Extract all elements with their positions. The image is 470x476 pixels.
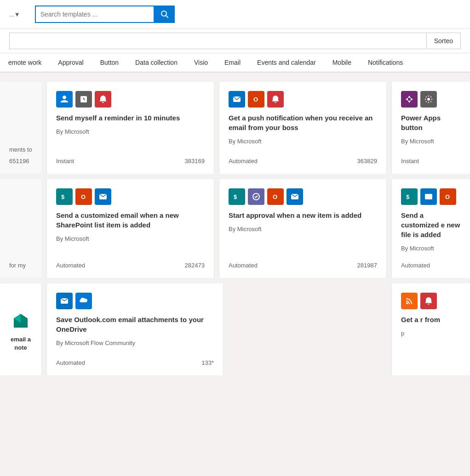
card-title-5: Save Outlook.com email attachments to yo…: [56, 315, 214, 334]
breadcrumb: ...▼: [9, 11, 20, 18]
svg-text:O: O: [445, 193, 450, 200]
card-type-5: Automated: [56, 359, 85, 366]
template-card-push-notification[interactable]: O Get a push notification when you recei…: [219, 82, 386, 174]
template-card-onedrive[interactable]: Save Outlook.com email attachments to yo…: [47, 283, 223, 375]
card-type-4: Automated: [229, 262, 258, 269]
card-author-2: By Microsoft: [229, 138, 377, 145]
person-icon: [56, 91, 73, 108]
partial-card-right-3[interactable]: Get a r from p: [392, 283, 470, 375]
search-icon: [160, 10, 169, 18]
card-footer-4: Automated 281987: [229, 257, 377, 269]
tab-events[interactable]: Events and calendar: [249, 53, 324, 73]
card-author-right-2: By Microsoft: [401, 245, 461, 252]
svg-text:$: $: [61, 193, 65, 200]
outlook-icon-3: [287, 188, 303, 205]
partial-card-left-3[interactable]: email a note: [0, 283, 41, 375]
breadcrumb-text: ...▼: [9, 11, 20, 18]
partial-card-left-2[interactable]: for my: [0, 179, 41, 278]
card-icons-5: [56, 293, 214, 309]
card-footer-3: Automated 282473: [56, 257, 205, 269]
partial-card-left-1[interactable]: ments to 651196: [0, 82, 41, 174]
partial-card-right-1[interactable]: Power Apps button By Microsoft Instant: [392, 82, 470, 174]
onedrive-icon: [75, 293, 92, 309]
card-footer-2: Automated 363829: [229, 153, 377, 164]
card-title-2: Get a push notification when you receive…: [229, 113, 377, 132]
sharepoint-icon-2: $: [229, 188, 245, 205]
card-author-4: By Microsoft: [229, 226, 377, 232]
search-container: [35, 6, 175, 23]
tab-email[interactable]: Email: [216, 53, 249, 73]
template-card-sharepoint-email[interactable]: $ O Send a customized email when a new S…: [47, 179, 214, 278]
card-type-1: Instant: [56, 158, 74, 164]
card-title-right-2: Send a customized e new file is added: [401, 210, 461, 239]
card-footer-partial-1: 651196: [9, 153, 32, 164]
svg-text:O: O: [81, 193, 86, 200]
card-author-5: By Microsoft Flow Community: [56, 340, 214, 346]
card-title-1: Send myself a reminder in 10 minutes: [56, 113, 205, 123]
partial-text-1: ments to: [9, 146, 32, 153]
tab-remote-work[interactable]: emote work: [0, 53, 50, 73]
card-title-right-1: Power Apps button: [401, 113, 461, 132]
partial-card-right-2[interactable]: $ O Send a customized e new file is adde…: [392, 179, 470, 278]
svg-point-7: [427, 98, 430, 101]
outlook-icon: [229, 91, 245, 108]
template-card-approval[interactable]: $ O: [219, 179, 386, 278]
gear-icon: [420, 91, 437, 108]
card-title-4: Start approval when a new item is added: [229, 210, 377, 220]
card-footer-5: Automated 133*: [56, 355, 214, 366]
svg-point-21: [406, 302, 408, 304]
sharepoint-icon-3: $: [401, 188, 418, 205]
svg-text:O: O: [273, 193, 277, 200]
filter-input[interactable]: [9, 33, 427, 49]
outlook-icon-2: [95, 188, 111, 205]
svg-line-1: [166, 16, 168, 18]
card-icons-2: O: [229, 91, 377, 108]
svg-text:$: $: [234, 193, 237, 200]
card-count-4: 281987: [357, 262, 377, 269]
rss-icon: [401, 293, 418, 309]
partial-email-note: email a note: [9, 335, 32, 352]
svg-rect-16: [425, 194, 432, 199]
tab-data-collection[interactable]: Data collection: [127, 53, 186, 73]
card-author-right-1: By Microsoft: [401, 138, 461, 145]
card-author-right-3: p: [401, 330, 461, 337]
tab-mobile[interactable]: Mobile: [324, 53, 360, 73]
card-title-3: Send a customized email when a new Share…: [56, 210, 205, 230]
template-card-reminder[interactable]: Send myself a reminder in 10 minutes By …: [47, 82, 214, 174]
card-count-2: 363829: [357, 158, 377, 164]
card-title-right-3: Get a r from: [401, 315, 461, 324]
tab-button[interactable]: Button: [92, 53, 127, 73]
outlookcom-icon: [56, 293, 73, 309]
onenote-icon: [11, 312, 30, 330]
approvals-icon: [248, 188, 264, 205]
sharepoint-icon: $: [56, 188, 73, 205]
card-footer-right-2: Automated: [401, 257, 461, 269]
card-author-1: By Microsoft: [56, 128, 205, 135]
card-icons-right-2: $ O: [401, 188, 461, 205]
card-author-3: By Microsoft: [56, 235, 205, 242]
cards-row-3: email a note Save Outlook.com email atta…: [0, 283, 470, 375]
card-type-3: Automated: [56, 262, 85, 269]
search-button[interactable]: [155, 6, 175, 23]
card-footer-right-1: Instant: [401, 153, 461, 164]
office365-icon: O: [248, 91, 264, 108]
tab-approval[interactable]: Approval: [50, 53, 92, 73]
svg-text:$: $: [406, 193, 410, 200]
outlook-icon-4: [420, 188, 437, 205]
office365-icon-2: O: [75, 188, 92, 205]
office365-icon-4: O: [440, 188, 456, 205]
card-count-1: 383169: [185, 158, 205, 164]
category-tabs: emote work Approval Button Data collecti…: [0, 53, 470, 73]
cards-row-2: for my $ O: [0, 179, 470, 278]
card-type-2: Automated: [229, 158, 258, 164]
card-icons-right-1: [401, 91, 461, 108]
sort-button[interactable]: Sorteo: [427, 33, 461, 49]
tab-visio[interactable]: Visio: [186, 53, 216, 73]
bell-icon-2: [267, 91, 284, 108]
grid-area: ments to 651196: [0, 73, 470, 390]
cards-row-1: ments to 651196: [0, 82, 470, 174]
card-type-right-1: Instant: [401, 158, 419, 164]
tab-notifications[interactable]: Notifications: [360, 53, 411, 73]
search-input[interactable]: [35, 6, 155, 23]
card-count-3: 282473: [185, 262, 205, 269]
